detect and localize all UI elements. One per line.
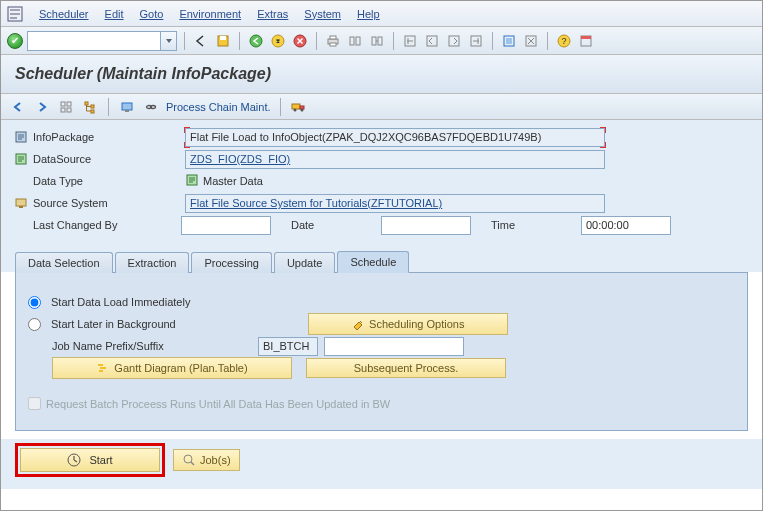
svg-rect-23 [581,36,591,39]
separator [492,32,493,50]
tab-update[interactable]: Update [274,252,335,273]
svg-point-3 [250,35,262,47]
gantt-diagram-label: Gantt Diagram (Plan.Table) [114,362,247,374]
separator [108,98,109,116]
radio-later[interactable] [28,318,41,331]
process-chain-maint-link[interactable]: Process Chain Maint. [166,101,271,113]
job-suffix-field[interactable] [324,337,464,356]
last-page-icon[interactable] [467,32,485,50]
svg-rect-42 [16,199,26,206]
radio-immediate-label: Start Data Load Immediately [51,296,190,308]
date-field[interactable] [381,216,471,235]
separator [280,98,281,116]
arrow-right-icon[interactable] [33,98,51,116]
ok-icon[interactable]: ✔ [7,33,23,49]
tab-schedule[interactable]: Schedule [337,251,409,273]
shortcut-icon[interactable] [522,32,540,50]
datasource-field[interactable]: ZDS_FIO(ZDS_FIO) [185,150,605,169]
nav-cancel-icon[interactable] [291,32,309,50]
truck-icon[interactable] [290,98,308,116]
subsequent-process-button[interactable]: Subsequent Process. [306,358,506,378]
svg-point-38 [300,108,303,111]
menu-system[interactable]: System [304,8,341,20]
menu-bar: Scheduler Edit Goto Environment Extras S… [1,1,762,27]
time-label: Time [491,219,581,231]
radio-immediate[interactable] [28,296,41,309]
svg-rect-29 [91,105,94,108]
monitor-icon[interactable] [118,98,136,116]
menu-goto[interactable]: Goto [140,8,164,20]
svg-rect-12 [378,37,382,45]
svg-rect-43 [19,206,23,208]
date-label: Date [291,219,381,231]
menu-scheduler[interactable]: Scheduler [39,8,89,20]
arrow-left-icon[interactable] [9,98,27,116]
next-page-icon[interactable] [445,32,463,50]
separator [393,32,394,50]
svg-rect-45 [100,367,106,369]
datasource-value[interactable]: ZDS_FIO(ZDS_FIO) [190,153,290,165]
menu-extras[interactable]: Extras [257,8,288,20]
back-icon[interactable] [192,32,210,50]
print-icon[interactable] [324,32,342,50]
svg-point-48 [184,455,192,463]
command-dropdown-icon[interactable] [160,32,176,50]
datatype-label: Data Type [33,175,185,187]
save-icon[interactable] [214,32,232,50]
tab-processing[interactable]: Processing [191,252,271,273]
menu-icon[interactable] [7,6,23,22]
lastchanged-field[interactable] [181,216,271,235]
separator [547,32,548,50]
job-prefix-field[interactable]: BI_BTCH [258,337,318,356]
menu-edit[interactable]: Edit [105,8,124,20]
svg-rect-11 [372,37,376,45]
lastchanged-label: Last Changed By [33,219,181,231]
svg-rect-18 [506,38,512,44]
first-page-icon[interactable] [401,32,419,50]
svg-rect-27 [67,108,71,112]
jobs-button[interactable]: Job(s) [173,449,240,471]
datatype-value: Master Data [203,175,263,187]
layout-icon[interactable] [577,32,595,50]
main-toolbar: ✔ [1,27,762,55]
tab-data-selection[interactable]: Data Selection [15,252,113,273]
menu-help[interactable]: Help [357,8,380,20]
prev-page-icon[interactable] [423,32,441,50]
datasource-icon [13,152,29,166]
svg-rect-46 [99,370,103,372]
bottom-bar: Start Job(s) [1,439,762,489]
gantt-diagram-button[interactable]: Gantt Diagram (Plan.Table) [52,357,292,379]
infopackage-field[interactable]: Flat File Load to InfoObject(ZPAK_DQJ2XQ… [185,128,605,147]
time-field[interactable]: 00:00:00 [581,216,671,235]
svg-rect-7 [330,36,336,39]
svg-rect-10 [356,37,360,45]
batch-checkbox [28,397,41,410]
page-title: Scheduler (Maintain InfoPackage) [1,55,762,94]
svg-rect-2 [220,36,226,40]
tab-extraction[interactable]: Extraction [115,252,190,273]
tree-icon[interactable] [81,98,99,116]
subsequent-process-label: Subsequent Process. [354,362,459,374]
nav-back-icon[interactable] [247,32,265,50]
grid-icon[interactable] [57,98,75,116]
find-icon[interactable] [346,32,364,50]
command-field[interactable] [27,31,177,51]
find-next-icon[interactable] [368,32,386,50]
svg-rect-32 [125,110,129,112]
svg-rect-35 [292,104,300,109]
menu-environment[interactable]: Environment [179,8,241,20]
svg-rect-25 [67,102,71,106]
sourcesystem-value[interactable]: Flat File Source System for Tutorials(ZF… [190,197,442,209]
chain-icon[interactable] [142,98,160,116]
start-button[interactable]: Start [20,448,160,472]
new-session-icon[interactable] [500,32,518,50]
scheduling-options-button[interactable]: Scheduling Options [308,313,508,335]
start-highlight: Start [15,443,165,477]
svg-rect-24 [61,102,65,106]
sourcesystem-field[interactable]: Flat File Source System for Tutorials(ZF… [185,194,605,213]
radio-later-label: Start Later in Background [51,318,176,330]
nav-exit-icon[interactable] [269,32,287,50]
svg-rect-31 [122,103,132,110]
help-icon[interactable]: ? [555,32,573,50]
tabstrip: Data Selection Extraction Processing Upd… [1,240,762,272]
